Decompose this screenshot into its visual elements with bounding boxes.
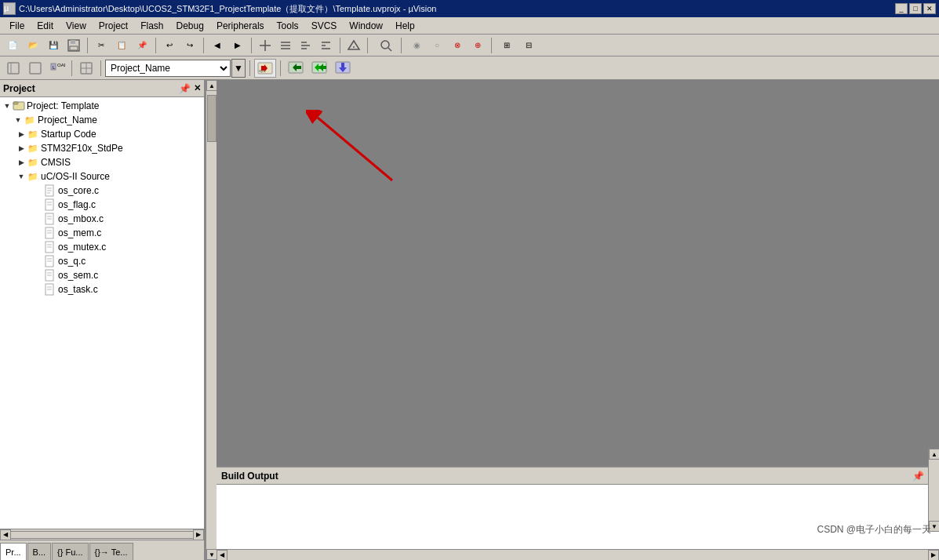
redo-button[interactable]: ↪ bbox=[180, 37, 199, 54]
file-os-task-icon bbox=[44, 283, 56, 296]
file-os-sem-icon bbox=[44, 269, 56, 282]
close-panel-button[interactable]: ✕ bbox=[194, 83, 201, 93]
expander-startup[interactable]: ▶ bbox=[16, 129, 27, 140]
build-scroll-up[interactable]: ▲ bbox=[929, 449, 939, 460]
find-button[interactable] bbox=[375, 37, 397, 54]
tree-item-os-mbox[interactable]: os_mbox.c bbox=[0, 212, 204, 226]
tree-item-os-core[interactable]: os_core.c bbox=[0, 184, 204, 198]
tb2-btn2[interactable] bbox=[25, 59, 45, 78]
tree-item-os-mem[interactable]: os_mem.c bbox=[0, 226, 204, 240]
target-select[interactable]: Project_Name bbox=[105, 60, 231, 77]
bookmark2-button[interactable] bbox=[276, 37, 295, 54]
expander-stm32[interactable]: ▶ bbox=[16, 143, 27, 154]
copy-button[interactable]: 📋 bbox=[112, 37, 131, 54]
svg-point-15 bbox=[381, 41, 389, 49]
bookmark4-button[interactable] bbox=[317, 37, 336, 54]
build-vscroll[interactable]: ▲ ▼ bbox=[928, 449, 939, 532]
tree-label-ucos: uC/OS-II Source bbox=[41, 171, 110, 182]
tree-item-cmsis[interactable]: ▶ 📁 CMSIS bbox=[0, 155, 204, 169]
tree-item-startup[interactable]: ▶ 📁 Startup Code bbox=[0, 127, 204, 141]
maximize-button[interactable]: □ bbox=[909, 3, 922, 14]
scroll-right-btn[interactable]: ▶ bbox=[193, 529, 204, 540]
tab-project[interactable]: Pr... bbox=[0, 543, 27, 560]
menu-flash[interactable]: Flash bbox=[134, 19, 169, 33]
tree-item-projname[interactable]: ▼ 📁 Project_Name bbox=[0, 113, 204, 127]
file-os-mutex-icon bbox=[44, 241, 56, 253]
project-tree: ▼ Project: Template ▼ 📁 Project_Name bbox=[0, 97, 204, 529]
debug-btn3[interactable]: ⊗ bbox=[448, 37, 467, 54]
expander-ucos[interactable]: ▼ bbox=[16, 171, 27, 182]
download-button[interactable] bbox=[332, 59, 354, 78]
tree-item-ucos[interactable]: ▼ 📁 uC/OS-II Source bbox=[0, 169, 204, 184]
folder-startup-icon: 📁 bbox=[27, 128, 39, 140]
scroll-down-btn[interactable]: ▼ bbox=[206, 549, 217, 560]
build-hscroll[interactable]: ◀ ▶ bbox=[217, 549, 939, 560]
close-window-button[interactable]: ✕ bbox=[923, 3, 936, 14]
build-all-button[interactable] bbox=[308, 59, 330, 78]
menu-tools[interactable]: Tools bbox=[271, 19, 305, 33]
tree-label-stm32: STM32F10x_StdPe bbox=[41, 143, 123, 154]
scroll-up-btn[interactable]: ▲ bbox=[206, 80, 217, 91]
tb2-btn1[interactable] bbox=[3, 59, 24, 78]
debug-stop-button[interactable]: ○ bbox=[428, 37, 446, 54]
menu-svcs[interactable]: SVCS bbox=[305, 19, 344, 33]
pin-icon[interactable]: 📌 bbox=[179, 83, 191, 94]
menu-help[interactable]: Help bbox=[389, 19, 421, 33]
menu-view[interactable]: View bbox=[60, 19, 93, 33]
scroll-left-btn[interactable]: ◀ bbox=[0, 529, 11, 540]
target-dropdown-btn[interactable]: ▼ bbox=[231, 59, 246, 78]
tab-templates[interactable]: {}→ Te... bbox=[89, 543, 133, 560]
minimize-button[interactable]: _ bbox=[895, 3, 908, 14]
nav-fwd-button[interactable]: ▶ bbox=[228, 37, 247, 54]
debug-btn4[interactable]: ⊕ bbox=[468, 37, 487, 54]
save-all-button[interactable] bbox=[64, 37, 83, 54]
layout-btn2[interactable]: ⊟ bbox=[519, 37, 538, 54]
build-scroll-down[interactable]: ▼ bbox=[929, 521, 939, 532]
save-button[interactable]: 💾 bbox=[44, 37, 63, 54]
expander-projname[interactable]: ▼ bbox=[13, 115, 24, 125]
layout-button[interactable]: ⊞ bbox=[496, 37, 518, 54]
open-button[interactable]: 📂 bbox=[24, 37, 42, 54]
target-options-button[interactable]: opt bbox=[254, 59, 276, 78]
bookmark3-button[interactable] bbox=[297, 37, 315, 54]
build-button[interactable] bbox=[344, 37, 363, 54]
tree-item-root[interactable]: ▼ Project: Template bbox=[0, 99, 204, 113]
build-scroll-right[interactable]: ▶ bbox=[928, 550, 939, 561]
expander-root[interactable]: ▼ bbox=[2, 100, 13, 111]
new-file-button[interactable]: 📄 bbox=[3, 37, 22, 54]
project-panel-header: Project 📌 ✕ bbox=[0, 80, 204, 97]
menu-edit[interactable]: Edit bbox=[31, 19, 60, 33]
nav-back-button[interactable]: ◀ bbox=[208, 37, 227, 54]
paste-button[interactable]: 📌 bbox=[133, 37, 151, 54]
tree-label-os-flag: os_flag.c bbox=[58, 199, 96, 210]
tree-item-os-task[interactable]: os_task.c bbox=[0, 282, 204, 296]
undo-button[interactable]: ↩ bbox=[160, 37, 179, 54]
tb2-btn3[interactable]: LOAD bbox=[47, 59, 67, 78]
tab-functions[interactable]: {} Fu... bbox=[52, 543, 88, 560]
tab-books[interactable]: B... bbox=[27, 543, 52, 560]
tb2-btn4[interactable] bbox=[76, 59, 96, 78]
cut-button[interactable]: ✂ bbox=[92, 37, 111, 54]
bookmark1-button[interactable] bbox=[256, 37, 275, 54]
debug-start-button[interactable]: ◉ bbox=[407, 37, 426, 54]
separator1 bbox=[87, 38, 88, 53]
tree-vscroll[interactable]: ▲ ▼ bbox=[206, 80, 217, 560]
tree-item-stm32[interactable]: ▶ 📁 STM32F10x_StdPe bbox=[0, 141, 204, 155]
translate-button[interactable] bbox=[285, 59, 307, 78]
tree-item-os-mutex[interactable]: os_mutex.c bbox=[0, 240, 204, 254]
toolbar2: LOAD Project_Name ▼ opt bbox=[0, 56, 939, 80]
menu-window[interactable]: Window bbox=[343, 19, 389, 33]
tree-item-os-flag[interactable]: os_flag.c bbox=[0, 198, 204, 212]
separator7 bbox=[401, 38, 402, 53]
expander-cmsis[interactable]: ▶ bbox=[16, 157, 27, 168]
menu-file[interactable]: File bbox=[3, 19, 31, 33]
tree-item-os-sem[interactable]: os_sem.c bbox=[0, 268, 204, 282]
tree-item-os-q[interactable]: os_q.c bbox=[0, 254, 204, 268]
tree-hscroll[interactable]: ◀ ▶ bbox=[0, 529, 204, 540]
build-pin-icon[interactable]: 📌 bbox=[912, 471, 924, 482]
menu-peripherals[interactable]: Peripherals bbox=[210, 19, 271, 33]
menu-project[interactable]: Project bbox=[93, 19, 134, 33]
tree-label-root: Project: Template bbox=[27, 100, 100, 111]
menu-debug[interactable]: Debug bbox=[170, 19, 210, 33]
build-scroll-left[interactable]: ◀ bbox=[217, 550, 227, 561]
